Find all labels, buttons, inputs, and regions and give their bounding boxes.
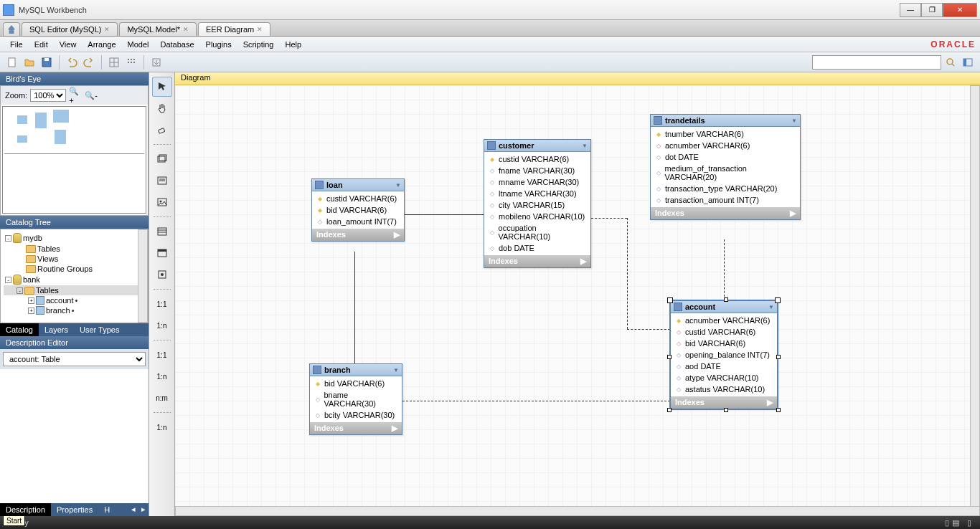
tree-row[interactable]: Tables [4,244,145,254]
tab-nav-left[interactable]: ◂ [128,503,138,516]
zoom-in-button[interactable]: 🔍+ [69,89,82,102]
selection-handle[interactable] [776,355,781,359]
entity-column[interactable]: bid VARCHAR(6) [671,338,777,349]
entity-column[interactable]: fname VARCHAR(30) [484,165,590,176]
tool-pan[interactable] [152,98,172,118]
zoom-select[interactable]: 100% [30,89,66,102]
expand-icon[interactable]: ▶ [394,230,400,239]
collapse-icon[interactable]: ▼ [395,182,401,189]
selection-handle[interactable] [776,408,781,412]
entity-column[interactable]: custid VARCHAR(6) [484,153,590,165]
birds-eye-canvas[interactable] [2,106,146,214]
diagram-area[interactable]: Diagram loan▼custid VARCHAR(6)bid VARCHA… [175,72,980,516]
entity-column[interactable]: bid VARCHAR(6) [312,204,404,216]
tool-rel-11-id[interactable]: 1:1 [152,345,172,365]
expand-icon[interactable]: ▶ [767,398,773,407]
minimize-button[interactable]: — [900,3,921,17]
close-button[interactable]: ✕ [943,3,977,17]
tree-row[interactable]: -mydb [4,232,145,244]
collapse-icon[interactable]: ▼ [582,143,588,149]
entity-column[interactable]: occupation VARCHAR(10) [484,222,590,242]
entity-column[interactable]: dob DATE [484,242,590,254]
tree-expander-icon[interactable]: - [5,235,11,242]
tree-expander-icon[interactable]: + [28,297,34,304]
tool-view[interactable] [152,243,172,263]
menu-model[interactable]: Model [122,39,155,50]
entity-column[interactable]: transaction_type VARCHAR(20) [651,183,800,194]
tab-nav-right[interactable]: ▸ [138,503,149,516]
entity-column[interactable]: city VARCHAR(15) [484,199,590,211]
tab-properties[interactable]: Properties [51,503,98,516]
tree-expander-icon[interactable]: + [28,308,34,314]
entity-column[interactable]: astatus VARCHAR(10) [671,383,777,395]
tool-table[interactable] [152,221,172,242]
expand-icon[interactable]: ▶ [580,257,586,266]
menu-help[interactable]: Help [279,39,307,50]
redo-button[interactable] [81,54,97,70]
export-button[interactable] [149,54,164,70]
entity-column[interactable]: mname VARCHAR(30) [484,176,590,188]
entity-column[interactable]: bid VARCHAR(6) [310,378,402,389]
selection-handle[interactable] [724,297,728,302]
menu-view[interactable]: View [54,39,83,50]
new-file-button[interactable] [4,54,20,70]
home-tab[interactable] [3,22,20,36]
scrollbar-horizontal[interactable] [175,506,980,516]
entity-header[interactable]: trandetails▼ [651,115,800,127]
maximize-button[interactable]: ❐ [921,3,943,17]
tool-rel-1n-id[interactable]: 1:n [152,366,172,386]
zoom-out-button[interactable]: 🔍- [85,89,98,102]
menu-edit[interactable]: Edit [29,39,54,50]
doctab-eer-diagram[interactable]: EER Diagram✕ [198,22,270,36]
entity-loan[interactable]: loan▼custid VARCHAR(6)bid VARCHAR(6)loan… [311,178,405,242]
entity-column[interactable]: acnumber VARCHAR(6) [671,315,777,326]
grid-toggle-button[interactable] [106,54,122,70]
tree-row[interactable]: -bank [4,274,145,285]
indexes-section[interactable]: Indexes▶ [671,396,777,409]
entity-column[interactable]: bcity VARCHAR(30) [310,409,402,421]
close-icon[interactable]: ✕ [183,26,189,33]
tree-row[interactable]: +account • [4,295,145,305]
entity-column[interactable]: bname VARCHAR(30) [310,389,402,409]
tool-rel-1n-existing[interactable]: 1:n [152,417,172,437]
undo-button[interactable] [64,54,80,70]
tool-layer[interactable] [152,149,172,169]
collapse-icon[interactable]: ▼ [393,367,399,373]
menu-arrange[interactable]: Arrange [82,39,121,50]
open-file-button[interactable] [22,54,37,70]
indexes-section[interactable]: Indexes▶ [651,207,800,219]
tool-select[interactable] [152,77,172,97]
menu-file[interactable]: File [4,39,29,50]
entity-trandetails[interactable]: trandetails▼tnumber VARCHAR(6)acnumber V… [650,114,801,220]
entity-column[interactable]: tnumber VARCHAR(6) [651,128,800,140]
snap-toggle-button[interactable] [123,54,139,70]
tree-expander-icon[interactable]: - [5,277,11,283]
tool-rel-1n[interactable]: 1:n [152,315,172,335]
tree-row[interactable]: Routine Groups [4,264,145,274]
entity-column[interactable]: aod DATE [671,361,777,372]
entity-header[interactable]: customer▼ [484,140,590,152]
entity-branch[interactable]: branch▼bid VARCHAR(6)bname VARCHAR(30)bc… [309,363,402,435]
expand-icon[interactable]: ▶ [392,424,397,433]
indexes-section[interactable]: Indexes▶ [312,229,404,241]
entity-column[interactable]: medium_of_transaction VARCHAR(20) [651,163,800,183]
collapse-icon[interactable]: ▼ [768,304,774,310]
scrollbar-vertical[interactable] [970,85,980,516]
indexes-section[interactable]: Indexes▶ [310,422,402,434]
entity-column[interactable]: acnumber VARCHAR(6) [651,140,800,151]
description-select[interactable]: account: Table [3,352,146,366]
save-button[interactable] [39,54,55,70]
entity-column[interactable]: loan_amount INT(7) [312,216,404,227]
entity-column[interactable]: ltname VARCHAR(30) [484,188,590,199]
entity-column[interactable]: opening_balance INT(7) [671,349,777,361]
entity-column[interactable]: transaction_amount INT(7) [651,194,800,206]
entity-column[interactable]: atype VARCHAR(10) [671,372,777,383]
search-input[interactable] [812,55,941,70]
tool-routine[interactable] [152,264,172,285]
tree-row[interactable]: -Tables [4,285,145,295]
collapse-icon[interactable]: ▼ [791,118,797,124]
menu-database[interactable]: Database [154,39,199,50]
scrollbar[interactable] [138,229,148,323]
indexes-section[interactable]: Indexes▶ [484,255,590,267]
tab-history[interactable]: H [98,503,116,516]
